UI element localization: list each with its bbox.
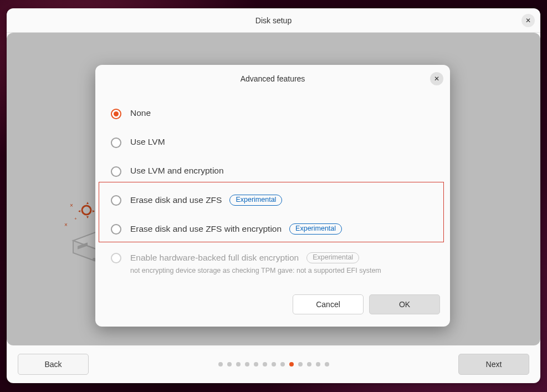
cancel-button[interactable]: Cancel	[293, 294, 364, 314]
radio-indicator	[111, 166, 121, 177]
radio-option: Enable hardware-backed full disk encrypt…	[111, 243, 434, 283]
close-icon: ✕	[434, 75, 439, 83]
radio-option[interactable]: Use LVM	[111, 128, 434, 157]
radio-indicator	[111, 195, 121, 206]
option-content: Use LVM	[130, 137, 165, 147]
option-label: Erase disk and use ZFS with encryption	[130, 224, 282, 234]
option-content: None	[130, 108, 151, 118]
option-line: Erase disk and use ZFS with encryptionEx…	[130, 223, 342, 235]
progress-dot	[245, 362, 249, 366]
experimental-badge: Experimental	[306, 252, 359, 263]
option-line: Enable hardware-backed full disk encrypt…	[130, 252, 381, 263]
option-subtext: not encrypting device storage as checkin…	[130, 267, 381, 274]
progress-dot	[280, 362, 285, 366]
option-label: Erase disk and use ZFS	[130, 195, 222, 205]
radio-indicator	[111, 224, 121, 235]
radio-option[interactable]: None	[111, 99, 434, 128]
radio-indicator	[111, 138, 121, 148]
installer-footer: Back Next	[7, 345, 540, 383]
experimental-badge: Experimental	[289, 223, 342, 235]
radio-option[interactable]: Erase disk and use ZFS with encryptionEx…	[111, 215, 434, 243]
option-label: Enable hardware-backed full disk encrypt…	[130, 253, 299, 263]
radio-option[interactable]: Use LVM and encryption	[111, 157, 434, 186]
progress-dot	[236, 362, 241, 366]
progress-dots	[218, 362, 329, 366]
option-content: Use LVM and encryption	[130, 166, 224, 176]
modal-title: Advanced features	[241, 74, 305, 83]
back-button[interactable]: Back	[18, 354, 89, 375]
option-label: Use LVM and encryption	[130, 166, 224, 176]
ok-button[interactable]: OK	[369, 294, 440, 314]
option-line: Use LVM and encryption	[130, 166, 224, 176]
installer-close-button[interactable]: ✕	[522, 14, 535, 27]
progress-dot	[289, 362, 294, 366]
next-button[interactable]: Next	[458, 354, 529, 375]
close-icon: ✕	[525, 17, 531, 24]
progress-dot	[272, 362, 276, 366]
progress-dot	[263, 362, 267, 366]
option-content: Erase disk and use ZFS with encryptionEx…	[130, 223, 342, 235]
radio-indicator	[111, 253, 121, 263]
option-line: Use LVM	[130, 137, 165, 147]
radio-indicator	[111, 109, 121, 119]
progress-dot	[298, 362, 303, 366]
modal-footer: Cancel OK	[95, 287, 450, 327]
progress-dot	[218, 362, 223, 366]
advanced-features-dialog: Advanced features ✕ NoneUse LVMUse LVM a…	[95, 65, 450, 327]
progress-dot	[325, 362, 329, 366]
option-label: Use LVM	[130, 137, 165, 147]
progress-dot	[254, 362, 258, 366]
options-list: NoneUse LVMUse LVM and encryptionErase d…	[95, 93, 450, 287]
modal-titlebar: Advanced features ✕	[95, 65, 450, 93]
option-line: Erase disk and use ZFSExperimental	[130, 195, 282, 206]
radio-option[interactable]: Erase disk and use ZFSExperimental	[111, 186, 434, 215]
option-line: None	[130, 108, 151, 118]
installer-titlebar: Disk setup ✕	[7, 8, 540, 33]
progress-dot	[307, 362, 311, 366]
option-label: None	[130, 108, 151, 118]
option-content: Enable hardware-backed full disk encrypt…	[130, 252, 381, 274]
progress-dot	[227, 362, 232, 366]
modal-close-button[interactable]: ✕	[430, 72, 443, 85]
option-content: Erase disk and use ZFSExperimental	[130, 195, 282, 206]
progress-dot	[316, 362, 320, 366]
experimental-badge: Experimental	[229, 195, 282, 206]
installer-title: Disk setup	[255, 16, 292, 25]
